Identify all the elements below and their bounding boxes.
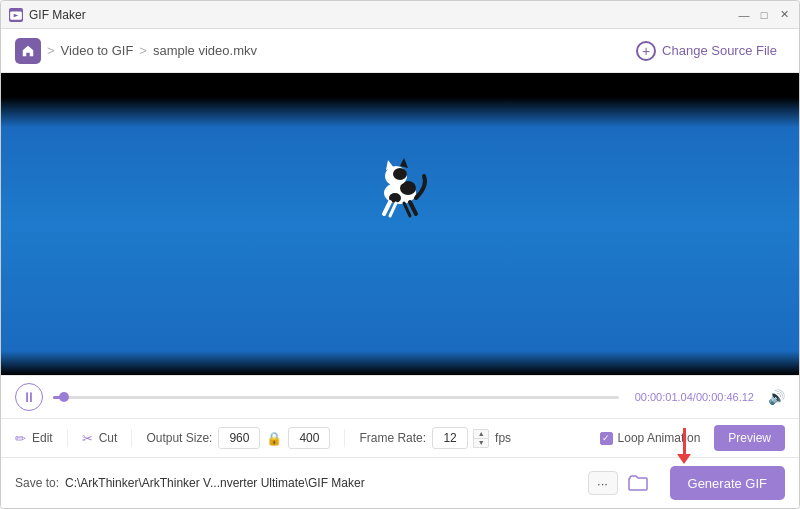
app-window: GIF Maker — □ ✕ > Video to GIF > sample … (0, 0, 800, 509)
close-button[interactable]: ✕ (777, 8, 791, 22)
divider-1 (67, 429, 68, 447)
window-controls: — □ ✕ (737, 8, 791, 22)
video-preview-area (1, 73, 799, 375)
playback-controls: ⏸ 00:00:01.04/00:00:46.12 🔊 (1, 375, 799, 418)
svg-line-10 (410, 202, 416, 214)
title-bar-left: GIF Maker (9, 8, 86, 22)
loop-checkbox[interactable] (600, 432, 613, 445)
change-source-label: Change Source File (662, 43, 777, 58)
breadcrumb-file: sample video.mkv (153, 43, 257, 58)
edit-icon: ✏ (15, 431, 26, 446)
breadcrumb-separator-2: > (139, 43, 147, 58)
arrow-shaft (683, 428, 686, 454)
fps-input[interactable] (432, 427, 468, 449)
frame-rate-label: Frame Rate: (359, 431, 426, 445)
time-display: 00:00:01.04/00:00:46.12 (635, 391, 754, 403)
divider-2 (131, 429, 132, 447)
divider-3 (344, 429, 345, 447)
save-to-label: Save to: (15, 476, 59, 490)
fps-down-button[interactable]: ▼ (473, 438, 489, 448)
svg-line-11 (390, 203, 396, 216)
header-bar: > Video to GIF > sample video.mkv + Chan… (1, 29, 799, 73)
video-preview (1, 73, 799, 375)
time-total: 00:00:46.12 (696, 391, 754, 403)
svg-line-9 (384, 202, 390, 214)
edit-group: ✏ Edit (15, 431, 53, 446)
output-size-label: Output Size: (146, 431, 212, 445)
height-input[interactable] (288, 427, 330, 449)
window-title: GIF Maker (29, 8, 86, 22)
cut-label[interactable]: Cut (99, 431, 118, 445)
svg-point-6 (393, 168, 407, 180)
app-icon (9, 8, 23, 22)
home-button[interactable] (15, 38, 41, 64)
breadcrumb-separator-1: > (47, 43, 55, 58)
arrow-head (677, 454, 691, 464)
breadcrumb: > Video to GIF > sample video.mkv (15, 38, 257, 64)
cut-group: ✂ Cut (82, 431, 118, 446)
fps-spinner: ▲ ▼ (473, 429, 489, 448)
edit-label[interactable]: Edit (32, 431, 53, 445)
save-folder-button[interactable] (622, 471, 654, 495)
video-content (360, 148, 440, 228)
fps-unit: fps (495, 431, 511, 445)
progress-track[interactable] (53, 396, 619, 399)
save-path-text: C:\ArkThinker\ArkThinker V...nverter Ult… (65, 476, 579, 490)
generate-gif-button[interactable]: Generate GIF (670, 466, 785, 500)
time-current: 00:00:01.04 (635, 391, 693, 403)
preview-button[interactable]: Preview (714, 425, 785, 451)
play-pause-button[interactable]: ⏸ (15, 383, 43, 411)
lock-icon[interactable]: 🔒 (266, 431, 282, 446)
progress-thumb[interactable] (59, 392, 69, 402)
output-size-group: Output Size: 🔒 (146, 427, 330, 449)
svg-line-12 (404, 203, 410, 216)
frame-rate-group: Frame Rate: ▲ ▼ fps (359, 427, 511, 449)
footer-bar: Save to: C:\ArkThinker\ArkThinker V...nv… (1, 457, 799, 508)
change-source-button[interactable]: + Change Source File (628, 37, 785, 65)
svg-marker-8 (400, 158, 408, 168)
progress-bar-container[interactable] (53, 389, 619, 405)
arrow-indicator (677, 428, 691, 464)
breadcrumb-section[interactable]: Video to GIF (61, 43, 134, 58)
minimize-button[interactable]: — (737, 8, 751, 22)
maximize-button[interactable]: □ (757, 8, 771, 22)
volume-button[interactable]: 🔊 (768, 389, 785, 405)
cut-icon: ✂ (82, 431, 93, 446)
width-input[interactable] (218, 427, 260, 449)
plus-circle-icon: + (636, 41, 656, 61)
save-more-button[interactable]: ··· (588, 471, 618, 495)
title-bar: GIF Maker — □ ✕ (1, 1, 799, 29)
